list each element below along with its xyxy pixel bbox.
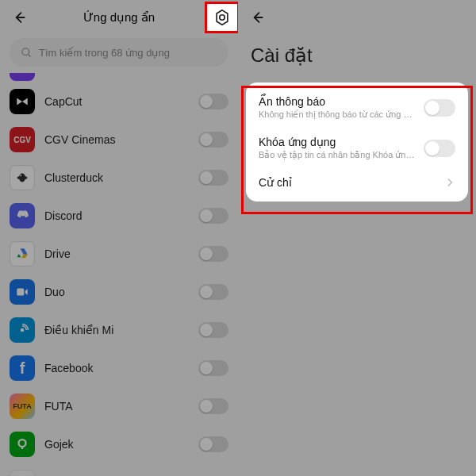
list-item[interactable]: Duo [10,273,228,311]
left-header: Ứng dụng ẩn [0,0,238,35]
back-button[interactable] [248,8,267,27]
list-item[interactable]: Drive [10,235,228,273]
podcasts-icon [10,470,35,476]
app-label: CGV Cinemas [44,133,189,146]
svg-point-2 [22,48,29,55]
list-item[interactable]: Discord [10,197,228,235]
app-toggle[interactable] [198,322,228,338]
partial-app-icon [10,73,35,81]
app-toggle[interactable] [198,246,228,262]
app-toggle[interactable] [198,132,228,148]
app-toggle[interactable] [198,398,228,414]
futa-icon: FUTA [10,393,35,419]
setting-title: Khóa ứng dụng [259,136,416,148]
svg-line-3 [28,54,30,56]
app-list: CapCut CGV CGV Cinemas Clusterduck Disco… [0,73,238,476]
app-label: Drive [44,248,189,260]
app-label: FUTA [44,400,189,413]
app-label: Duo [44,286,189,298]
hide-notifications-row[interactable]: Ẩn thông báo Không hiển thị thông báo từ… [246,87,468,128]
svg-rect-5 [17,289,24,296]
mi-remote-icon [10,317,35,343]
app-label: Điều khiển Mi [44,324,189,336]
hidden-apps-panel: Ứng dụng ẩn Tìm kiếm trong 68 ứng dụng C… [0,0,238,476]
app-toggle[interactable] [198,94,228,109]
list-item[interactable]: Google Podcasts [10,463,228,476]
discord-icon [10,203,35,228]
app-toggle[interactable] [198,436,228,452]
svg-point-7 [19,440,26,447]
svg-point-6 [21,328,25,332]
settings-title: Cài đặt [238,35,476,83]
app-label: Discord [44,209,189,222]
app-label: Gojek [44,438,189,451]
list-item[interactable]: f Facebook [10,349,228,387]
back-arrow-icon [11,10,27,25]
search-icon [21,47,33,59]
setting-subtitle: Bảo vệ tập tin cá nhân bằng Khóa ứng dụn… [259,150,416,160]
settings-group: Ẩn thông báo Không hiển thị thông báo từ… [246,83,468,202]
list-item[interactable]: Điều khiển Mi [10,311,228,349]
back-arrow-icon [249,10,265,25]
list-item[interactable]: Gojek [10,425,228,463]
app-lock-row[interactable]: Khóa ứng dụng Bảo vệ tập tin cá nhân bằn… [246,128,468,168]
list-item[interactable]: Clusterduck [10,159,228,197]
clusterduck-icon [10,165,35,190]
app-toggle[interactable] [198,208,228,224]
setting-subtitle: Không hiển thị thông báo từ các ứng dụng… [259,109,416,120]
chevron-right-icon [444,177,455,188]
app-toggle[interactable] [198,360,228,376]
setting-title: Cử chỉ [259,176,436,189]
facebook-icon: f [10,355,35,381]
capcut-icon [10,89,35,114]
app-label: CapCut [44,95,189,108]
back-button[interactable] [10,8,29,27]
gojek-icon [10,432,35,457]
right-header [238,0,476,35]
app-toggle[interactable] [198,284,228,300]
cgv-icon: CGV [10,127,35,152]
list-item[interactable]: CGV CGV Cinemas [10,121,228,159]
drive-icon [10,241,35,267]
settings-gear-button[interactable] [200,3,228,32]
settings-panel: Cài đặt Ẩn thông báo Không hiển thị thôn… [238,0,476,476]
search-placeholder: Tìm kiếm trong 68 ứng dụng [39,47,170,59]
app-label: Clusterduck [44,171,189,184]
svg-point-4 [20,175,21,176]
search-input[interactable]: Tìm kiếm trong 68 ứng dụng [10,38,228,67]
app-toggle[interactable] [198,170,228,186]
list-item[interactable]: CapCut [10,83,228,121]
list-item[interactable]: FUTA FUTA [10,387,228,425]
duo-icon [10,279,35,305]
gesture-row[interactable]: Cử chỉ [246,168,468,197]
app-label: Facebook [44,362,189,374]
setting-title: Ẩn thông báo [259,95,416,108]
app-lock-toggle[interactable] [424,140,455,157]
page-title: Ứng dụng ẩn [83,10,155,25]
hide-notifications-toggle[interactable] [424,99,455,117]
